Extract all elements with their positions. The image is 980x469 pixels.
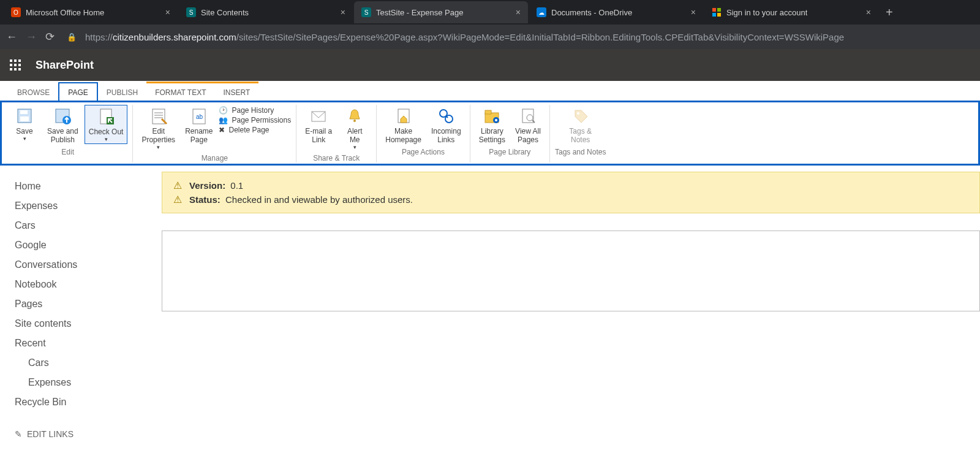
tab-page[interactable]: PAGE <box>58 82 97 101</box>
ribbon-page: Save▾ Save and Publish Check Out▾ Edit E… <box>0 101 980 166</box>
office-icon: O <box>11 7 21 17</box>
close-icon[interactable]: × <box>691 7 696 17</box>
ribbon-group-share-track: E-mail a Link Alert Me▾ Share & Track <box>296 105 377 162</box>
nav-site-contents[interactable]: Site contents <box>15 314 162 334</box>
address-bar: ← → ⟳ 🔒 https://citizenbuilders.sharepoi… <box>0 25 980 49</box>
bell-icon <box>345 106 364 126</box>
svg-rect-27 <box>522 109 533 123</box>
page-permissions-button[interactable]: 👥Page Permissions <box>219 116 291 124</box>
pencil-icon: ✎ <box>15 429 22 439</box>
check-out-button[interactable]: Check Out▾ <box>85 105 128 144</box>
nav-cars[interactable]: Cars <box>15 216 162 235</box>
tags-notes-button[interactable]: Tags & Notes <box>564 105 597 145</box>
properties-icon <box>149 106 168 126</box>
nav-google[interactable]: Google <box>15 235 162 255</box>
browser-tab[interactable]: ☁ Documents - OneDrive × <box>529 1 703 23</box>
close-icon[interactable]: × <box>866 7 871 17</box>
browser-tab[interactable]: S Site Contents × <box>179 1 353 23</box>
nav-recent-expenses[interactable]: Expenses <box>15 373 162 392</box>
browser-tab-strip: O Microsoft Office Home × S Site Content… <box>0 0 980 25</box>
edit-properties-button[interactable]: Edit Properties▾ <box>138 105 179 151</box>
nav-pages[interactable]: Pages <box>15 294 162 314</box>
onedrive-icon: ☁ <box>537 7 546 17</box>
make-homepage-button[interactable]: Make Homepage <box>382 105 425 145</box>
nav-recycle-bin[interactable]: Recycle Bin <box>15 392 162 412</box>
page-history-button[interactable]: 🕑Page History <box>219 106 291 115</box>
alert-me-button[interactable]: Alert Me▾ <box>338 105 371 151</box>
ribbon-group-tags-notes: Tags & Notes Tags and Notes <box>550 105 611 162</box>
svg-text:ab: ab <box>196 113 203 120</box>
group-label: Manage <box>202 154 228 162</box>
warning-icon: ⚠ <box>173 180 182 191</box>
incoming-links-button[interactable]: Incoming Links <box>428 105 465 145</box>
warning-icon: ⚠ <box>173 194 182 205</box>
svg-point-30 <box>577 112 579 115</box>
sharepoint-brand[interactable]: SharePoint <box>36 59 94 72</box>
svg-rect-6 <box>20 116 29 121</box>
svg-point-26 <box>495 119 497 121</box>
lock-icon: 🔒 <box>67 32 77 42</box>
back-button[interactable]: ← <box>6 31 17 44</box>
tab-format-text[interactable]: FORMAT TEXT <box>146 82 214 101</box>
page-content: ⚠ Version: 0.1 ⚠ Status: Checked in and … <box>162 166 980 439</box>
url-text[interactable]: https://citizenbuilders.sharepoint.com/s… <box>85 32 844 42</box>
tab-title: Documents - OneDrive <box>551 8 632 17</box>
close-icon[interactable]: × <box>165 7 170 17</box>
save-icon <box>15 106 34 126</box>
tab-publish[interactable]: PUBLISH <box>98 83 146 101</box>
tab-title: Microsoft Office Home <box>26 8 104 17</box>
forward-button[interactable]: → <box>26 31 37 44</box>
group-label: Page Library <box>489 148 530 156</box>
nav-home[interactable]: Home <box>15 177 162 196</box>
nav-conversations[interactable]: Conversations <box>15 255 162 275</box>
save-and-publish-button[interactable]: Save and Publish <box>43 105 82 145</box>
view-all-icon <box>518 106 538 126</box>
library-settings-icon <box>482 106 502 126</box>
save-button[interactable]: Save▾ <box>8 105 41 143</box>
nav-recent-header[interactable]: Recent <box>15 334 162 353</box>
library-settings-button[interactable]: Library Settings <box>475 105 509 145</box>
app-launcher-icon[interactable] <box>10 59 21 71</box>
tab-title: TestSite - Expense Page <box>376 8 463 17</box>
browser-tab[interactable]: Sign in to your account × <box>704 1 878 23</box>
quick-launch-nav: Home Expenses Cars Google Conversations … <box>0 166 162 439</box>
close-icon[interactable]: × <box>341 7 345 17</box>
ribbon-group-edit: Save▾ Save and Publish Check Out▾ Edit <box>3 105 133 162</box>
wiki-editor-area[interactable] <box>162 231 980 311</box>
svg-rect-3 <box>717 13 721 17</box>
reload-button[interactable]: ⟳ <box>45 30 55 44</box>
svg-rect-24 <box>485 110 491 114</box>
sharepoint-icon: S <box>361 7 371 17</box>
close-icon[interactable]: × <box>516 7 521 17</box>
delete-icon: ✖ <box>219 126 225 134</box>
group-label: Page Actions <box>402 148 445 156</box>
edit-links-button[interactable]: ✎ EDIT LINKS <box>15 429 162 439</box>
version-label: Version: <box>189 180 225 191</box>
email-link-button[interactable]: E-mail a Link <box>301 105 336 145</box>
view-all-pages-button[interactable]: View All Pages <box>511 105 545 145</box>
version-value: 0.1 <box>230 180 243 191</box>
tab-insert[interactable]: INSERT <box>215 82 259 101</box>
new-tab-button[interactable]: + <box>880 6 899 20</box>
rename-page-button[interactable]: ab Rename Page <box>181 105 216 145</box>
suite-bar: SharePoint <box>0 49 980 81</box>
tab-title: Sign in to your account <box>726 8 807 17</box>
browser-tab[interactable]: O Microsoft Office Home × <box>4 1 178 23</box>
svg-rect-5 <box>20 110 28 114</box>
nav-expenses[interactable]: Expenses <box>15 196 162 216</box>
rename-icon: ab <box>189 106 209 126</box>
svg-point-18 <box>353 120 356 122</box>
tab-title: Site Contents <box>201 8 249 17</box>
check-out-icon <box>96 107 116 126</box>
svg-rect-1 <box>717 8 721 12</box>
ribbon-group-manage: Edit Properties▾ ab Rename Page 🕑Page Hi… <box>133 105 296 162</box>
delete-page-button[interactable]: ✖Delete Page <box>219 126 291 134</box>
group-label: Edit <box>61 148 74 156</box>
browser-tab-active[interactable]: S TestSite - Expense Page × <box>354 1 528 23</box>
ribbon-tab-row: BROWSE PAGE PUBLISH FORMAT TEXT INSERT <box>0 81 980 101</box>
nav-notebook[interactable]: Notebook <box>15 275 162 294</box>
tab-browse[interactable]: BROWSE <box>9 83 58 101</box>
permissions-icon: 👥 <box>219 116 228 124</box>
nav-recent-cars[interactable]: Cars <box>15 353 162 373</box>
status-label: Status: <box>189 194 221 205</box>
